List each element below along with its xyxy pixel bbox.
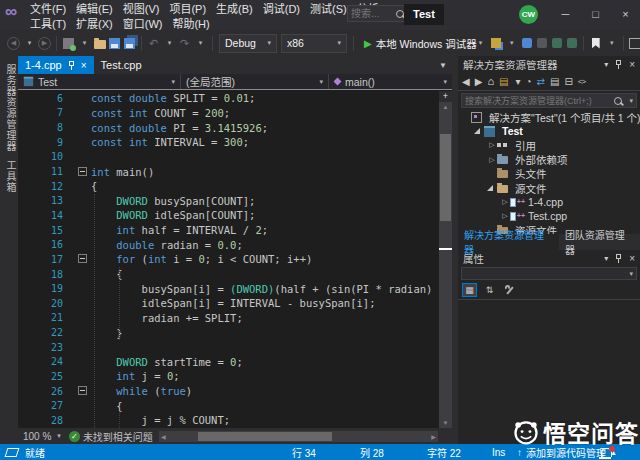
navigate-back-icon[interactable]: ◀	[7, 34, 20, 52]
scrollbar-thumb[interactable]	[198, 432, 332, 441]
menu-item[interactable]: 调试(D)	[260, 0, 303, 16]
folding-margin[interactable]	[63, 384, 91, 399]
folding-margin[interactable]	[63, 281, 91, 296]
code-line[interactable]: 10	[18, 150, 439, 165]
save-all-icon[interactable]	[123, 34, 136, 52]
line-number[interactable]: 22	[18, 327, 63, 338]
code-line[interactable]: 23	[18, 340, 439, 355]
step-into-icon[interactable]	[550, 34, 563, 52]
code-line[interactable]: 22 }	[18, 325, 439, 340]
code-line[interactable]: 25 int j = 0;	[18, 369, 439, 384]
folding-margin[interactable]	[63, 164, 91, 179]
code-line[interactable]: 13 DWORD busySpan[COUNT];	[18, 193, 439, 208]
line-number[interactable]: 27	[18, 400, 63, 411]
folding-margin[interactable]	[63, 325, 91, 340]
collapsed-arrow-icon[interactable]: ▷	[487, 141, 497, 149]
document-list-icon[interactable]: ▼	[439, 61, 447, 70]
code-line[interactable]: 14 DWORD idleSpan[COUNT];	[18, 208, 439, 223]
code-line[interactable]: 9const int INTERVAL = 300;	[18, 135, 439, 150]
properties-object-combo[interactable]: ▾	[461, 267, 637, 280]
editor-horizontal-scrollbar[interactable]: ◀ ▶	[159, 431, 438, 442]
code-line[interactable]: 27 {	[18, 398, 439, 413]
code-line[interactable]: 7const int COUNT = 200;	[18, 106, 439, 121]
code-line[interactable]: 24 DWORD startTime = 0;	[18, 355, 439, 370]
show-all-files-icon[interactable]: ▤	[550, 76, 559, 87]
menu-item[interactable]: 文件(F)	[27, 0, 69, 16]
folding-margin[interactable]	[63, 237, 91, 252]
code-line[interactable]: 21 radian += SPLIT;	[18, 311, 439, 326]
redo-dropdown[interactable]: ▾	[194, 34, 207, 52]
user-avatar[interactable]: CW	[519, 5, 538, 24]
tree-item[interactable]: ▷++1-4.cpp	[458, 195, 640, 209]
folding-margin[interactable]	[63, 355, 91, 370]
project-scope-combo[interactable]: Test▾	[18, 74, 181, 89]
scrollbar-thumb[interactable]	[440, 134, 451, 221]
tool-window-tab[interactable]: 解决方案资源管理器	[458, 234, 559, 250]
switch-views-icon[interactable]: ▤	[499, 76, 508, 87]
pin-icon[interactable]	[614, 60, 623, 69]
tree-item[interactable]: ▷引用	[458, 138, 640, 152]
line-number[interactable]: 6	[18, 93, 63, 104]
home-icon[interactable]: ⌂	[487, 75, 494, 87]
notifications-button[interactable]	[601, 444, 612, 460]
expanded-arrow-icon[interactable]	[474, 128, 480, 134]
minimize-button[interactable]: ─	[551, 0, 580, 28]
folding-margin[interactable]	[63, 208, 91, 223]
line-number[interactable]: 9	[18, 137, 63, 148]
code-line[interactable]: 6const double SPLIT = 0.01;	[18, 91, 439, 106]
solution-explorer-title-bar[interactable]: 解决方案资源管理器 ▾ ×	[458, 56, 640, 72]
code-line[interactable]: 17 for (int i = 0; i < COUNT; i++)	[18, 252, 439, 267]
line-number[interactable]: 16	[18, 239, 63, 250]
forward-icon[interactable]: ▶	[475, 76, 483, 87]
redo-icon[interactable]: ↷	[178, 34, 191, 52]
navigate-back-dropdown[interactable]: ▾	[23, 34, 36, 52]
scroll-down-icon[interactable]: ▼	[439, 418, 452, 428]
line-number[interactable]: 20	[18, 298, 63, 309]
solution-search-box[interactable]: ▾	[461, 93, 637, 108]
line-number[interactable]: 13	[18, 195, 63, 206]
tree-item[interactable]: 解决方案"Test"(1 个项目/共 1 个)	[458, 110, 640, 124]
pin-icon[interactable]	[614, 254, 623, 263]
folding-margin[interactable]	[63, 120, 91, 135]
menu-item[interactable]: 窗口(W)	[120, 15, 166, 31]
line-number[interactable]: 25	[18, 371, 63, 382]
alphabetical-sort-icon[interactable]: ⇅	[482, 283, 497, 297]
code-line[interactable]: 18 {	[18, 267, 439, 282]
tree-item[interactable]: ▷++Test.cpp	[458, 209, 640, 223]
collapse-region-icon[interactable]	[78, 254, 87, 263]
line-number[interactable]: 21	[18, 312, 63, 323]
back-icon[interactable]: ◀	[462, 76, 470, 87]
solution-search-input[interactable]	[462, 96, 614, 106]
close-button[interactable]: ×	[611, 0, 640, 28]
pin-tab-icon[interactable]	[67, 61, 76, 70]
type-scope-combo[interactable]: (全局范围)▾	[181, 74, 329, 89]
undo-icon[interactable]: ↶	[147, 34, 160, 52]
tool-window-tab[interactable]: 团队资源管理器	[559, 234, 640, 250]
solution-platform-combo[interactable]: x86▾	[281, 34, 347, 53]
folding-margin[interactable]	[63, 135, 91, 150]
health-check-icon[interactable]: ✓	[69, 431, 80, 442]
navigate-forward-icon[interactable]: ▶	[38, 34, 51, 52]
collapsed-arrow-icon[interactable]: ▷	[487, 156, 497, 164]
line-number[interactable]: 7	[18, 107, 63, 118]
collapse-region-icon[interactable]	[78, 167, 87, 176]
line-number[interactable]: 26	[18, 386, 63, 397]
folding-margin[interactable]	[63, 193, 91, 208]
code-line[interactable]: 16 double radian = 0.0;	[18, 237, 439, 252]
scroll-left-icon[interactable]: ◀	[159, 433, 168, 440]
line-number[interactable]: 23	[18, 342, 63, 353]
folding-margin[interactable]	[63, 369, 91, 384]
categorized-view-icon[interactable]: ▦	[462, 283, 477, 297]
pending-changes-filter-icon[interactable]: ◔	[526, 76, 532, 87]
code-line[interactable]: 15 int half = INTERVAL / 2;	[18, 223, 439, 238]
folding-margin[interactable]	[63, 91, 91, 106]
character-indicator[interactable]: 字符 22	[427, 444, 461, 460]
code-editor[interactable]: 6const double SPLIT = 0.01;7const int CO…	[18, 91, 439, 428]
break-all-icon[interactable]	[535, 34, 548, 52]
line-indicator[interactable]: 行 34	[292, 444, 316, 460]
close-tab-icon[interactable]: ×	[81, 60, 87, 71]
line-number[interactable]: 15	[18, 225, 63, 236]
close-icon[interactable]: ×	[629, 253, 635, 264]
member-scope-combo[interactable]: main()▾	[329, 74, 452, 89]
quick-search-input[interactable]	[348, 8, 396, 19]
